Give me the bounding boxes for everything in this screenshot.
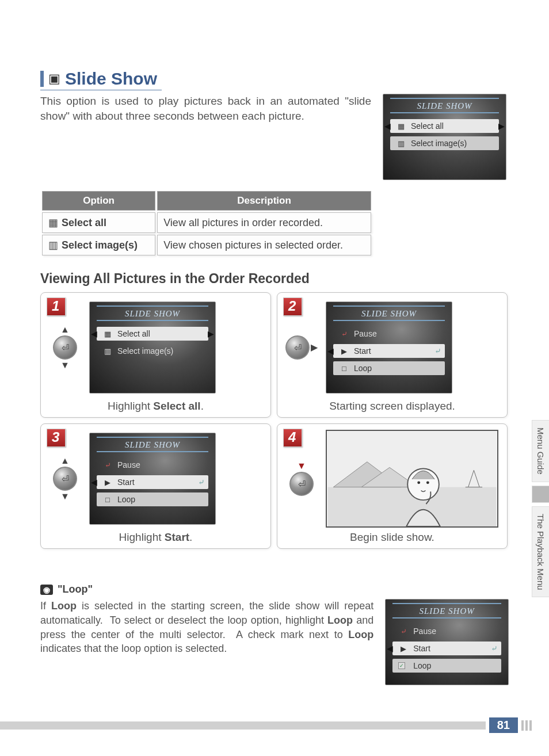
table-header-option: Option: [42, 191, 155, 211]
subheading: Viewing All Pictures in the Order Record…: [40, 271, 509, 287]
svg-point-6: [417, 481, 420, 484]
loop-note: ◉ "Loop" If Loop is selected in the star…: [40, 583, 509, 685]
slideshow-icon: ▣: [48, 71, 60, 86]
tab-playback-menu: The Playback Menu: [532, 506, 549, 598]
note-title: "Loop": [58, 583, 93, 595]
lcd-title: SLIDE SHOW: [390, 98, 499, 113]
step-3: 3 ▲▼ SLIDE SHOW ⤶Pause ◀▶Start⤶ □Loop Hi…: [40, 423, 271, 549]
step-number: 3: [47, 429, 66, 447]
step-caption: Highlight Start.: [48, 528, 264, 544]
step-2: 2 ▶ SLIDE SHOW ⤶Pause ◀▶Start⤶ □Loop Sta…: [277, 292, 508, 418]
tab-menu-guide: Menu Guide: [532, 420, 549, 482]
sample-photo: [326, 430, 498, 528]
lcd-item-select-images: ▥ Select image(s): [390, 136, 499, 150]
options-table: Option Description ▦Select all View all …: [40, 189, 373, 257]
table-row: ▦Select all View all pictures in order r…: [42, 212, 371, 233]
page-title: Slide Show: [65, 69, 157, 89]
side-tabs: Menu Guide The Playback Menu: [532, 420, 549, 597]
step-caption: Highlight Select all.: [48, 396, 264, 413]
lcd-preview-top: SLIDE SHOW ◀▦ Select all ▶ ▥ Select imag…: [383, 94, 506, 180]
step-number: 2: [283, 297, 302, 316]
lcd-preview-loop: SLIDE SHOW ⤶Pause ◀▶Start⤶ ✓Loop: [385, 599, 509, 685]
page-footer: 81: [0, 717, 549, 733]
table-header-description: Description: [157, 191, 371, 211]
tab-spacer: [532, 486, 549, 503]
step-1: 1 ▲▼ SLIDE SHOW ◀▦Select all▶ ▥Select im…: [40, 292, 271, 418]
tip-icon: ◉: [40, 585, 53, 595]
table-row: ▥Select image(s) View chosen pictures in…: [42, 235, 371, 255]
step-grid: 1 ▲▼ SLIDE SHOW ◀▦Select all▶ ▥Select im…: [40, 292, 508, 549]
note-text: If Loop is selected in the starting scre…: [40, 599, 373, 656]
multi-selector-icon: ▼: [284, 461, 319, 496]
page-number: 81: [489, 717, 518, 733]
step-caption: Starting screen displayed.: [284, 396, 500, 413]
step-number: 4: [283, 429, 302, 447]
svg-point-7: [426, 481, 429, 484]
intro-paragraph: This option is used to play pictures bac…: [40, 94, 371, 123]
multi-selector-icon: ▲▼: [48, 325, 82, 370]
step-number: 1: [47, 297, 66, 316]
step-4: 4 ▼: [277, 423, 508, 549]
section-heading: ▣ Slide Show: [40, 69, 162, 90]
multi-selector-icon: ▶: [284, 335, 319, 360]
lcd-item-select-all: ◀▦ Select all ▶: [390, 119, 499, 133]
multi-selector-icon: ▲▼: [48, 456, 82, 501]
step-caption: Begin slide show.: [284, 528, 500, 544]
